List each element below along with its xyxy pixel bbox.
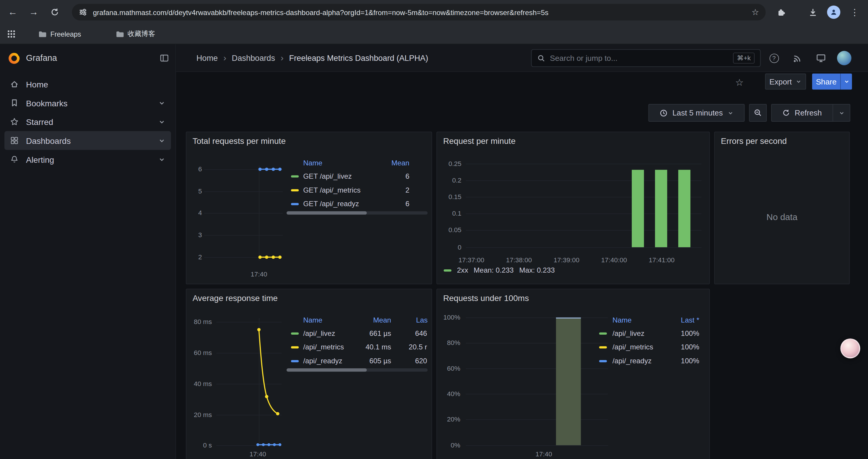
share-button[interactable]: Share: [812, 73, 840, 90]
chevron-down-icon[interactable]: [158, 156, 165, 163]
legend-row[interactable]: 2xx Mean: 0.233 Max: 0.233: [444, 266, 555, 274]
legend-scrollbar[interactable]: [286, 368, 428, 371]
y-tick: 100%: [438, 314, 460, 321]
legend-row[interactable]: GET /api/_readyz 6: [286, 197, 428, 211]
legend-series-name[interactable]: GET /api/_metrics: [303, 186, 361, 194]
apps-grid-icon[interactable]: [8, 30, 15, 37]
legend-row[interactable]: GET /api/_livez 6: [286, 170, 428, 184]
chevron-down-icon: [843, 78, 850, 85]
legend-series-name[interactable]: /api/_livez: [303, 329, 335, 337]
legend-series-name[interactable]: /api/_metrics: [613, 343, 653, 351]
legend-row[interactable]: GET /api/_metrics 2: [286, 184, 428, 198]
favorite-dashboard-star-icon[interactable]: ☆: [735, 77, 744, 88]
legend-series-name[interactable]: /api/_livez: [613, 329, 644, 337]
y-tick: 60%: [438, 364, 460, 372]
legend-series-name[interactable]: /api/_metrics: [303, 343, 344, 351]
legend-series-name[interactable]: /api/_readyz: [303, 357, 342, 365]
refresh-interval-button[interactable]: [833, 104, 850, 122]
chevron-down-icon[interactable]: [158, 137, 165, 144]
legend-row[interactable]: /api/_metrics 40.1 ms 20.5 r: [286, 340, 428, 355]
refresh-button[interactable]: Refresh: [771, 104, 833, 122]
legend-col-name[interactable]: Name: [613, 316, 632, 324]
sidebar-item-bookmarks[interactable]: Bookmarks: [4, 93, 171, 112]
forward-button[interactable]: →: [26, 4, 41, 20]
profile-button[interactable]: [826, 4, 841, 20]
reload-button[interactable]: [47, 4, 62, 20]
downloads-button[interactable]: [805, 4, 820, 20]
legend-series-name[interactable]: 2xx: [457, 266, 468, 274]
back-button[interactable]: ←: [5, 4, 20, 20]
bookmark-folder-freeleaps[interactable]: Freeleaps: [34, 27, 85, 41]
legend-col-name[interactable]: Name: [303, 159, 322, 167]
home-icon: [10, 80, 19, 89]
display-button[interactable]: [815, 52, 827, 64]
legend-col-mean[interactable]: Mean: [376, 159, 409, 167]
y-tick: 80%: [438, 339, 460, 347]
panel-avg-response-time[interactable]: Average response time 80 ms 60 ms 40 ms …: [186, 289, 432, 459]
legend-col-mean[interactable]: Mean: [358, 316, 391, 324]
sidebar-item-dashboards[interactable]: Dashboards: [4, 131, 171, 150]
sidebar-item-label: Dashboards: [26, 136, 71, 145]
legend-table: Name Last * /api/_livez 100% /api/_metri…: [597, 314, 699, 368]
legend-series-name[interactable]: GET /api/_livez: [303, 172, 352, 180]
search-input[interactable]: [550, 54, 728, 63]
news-button[interactable]: [791, 52, 803, 64]
panel-title[interactable]: Requests under 100ms: [443, 293, 529, 302]
legend-series-mean: 6: [376, 200, 409, 208]
sidebar-item-alerting[interactable]: Alerting: [4, 150, 171, 169]
extensions-button[interactable]: [773, 4, 789, 20]
browser-chrome: ← → grafana.mathmast.com/d/deytv4rwavabk…: [0, 0, 868, 44]
sidebar-item-starred[interactable]: Starred: [4, 112, 171, 131]
chevron-down-icon[interactable]: [158, 99, 165, 106]
x-tick: 17:37:00: [454, 256, 489, 264]
user-avatar[interactable]: [837, 51, 851, 65]
panel-under-100ms[interactable]: Requests under 100ms 100% 80% 60% 40% 20…: [436, 289, 710, 459]
export-button[interactable]: Export: [765, 73, 806, 90]
legend-scrollbar[interactable]: [286, 211, 428, 215]
bookmark-folder-blogs[interactable]: 收藏博客: [111, 27, 160, 41]
panel-total-requests[interactable]: Total requests per minute 6 5 4 3 2 17:4…: [186, 132, 432, 285]
bookmark-star-icon[interactable]: ☆: [752, 7, 759, 17]
scrollbar-thumb[interactable]: [286, 368, 367, 371]
legend-series-name[interactable]: /api/_readyz: [613, 357, 652, 365]
sidebar-collapse-button[interactable]: [160, 54, 169, 63]
panel-request-per-minute[interactable]: Request per minute 0.25 0.2 0.15 0.1 0.0…: [436, 132, 710, 285]
time-range-picker[interactable]: Last 5 minutes: [649, 104, 745, 122]
legend-col-name[interactable]: Name: [303, 316, 322, 324]
panel-errors-per-second[interactable]: Errors per second No data: [714, 132, 850, 285]
rss-icon: [793, 54, 802, 63]
breadcrumb-home[interactable]: Home: [196, 54, 218, 63]
breadcrumb-dashboards[interactable]: Dashboards: [232, 54, 275, 63]
breadcrumb-current: Freeleaps Metrics Dashboard (ALPHA): [289, 54, 428, 63]
series-color-chip: [444, 269, 452, 271]
help-button[interactable]: ?: [768, 52, 780, 64]
legend-row[interactable]: /api/_readyz 100%: [597, 355, 699, 368]
panel-title[interactable]: Errors per second: [721, 136, 787, 145]
legend-row[interactable]: /api/_metrics 100%: [597, 340, 699, 355]
url-text[interactable]: grafana.mathmast.com/d/deytv4rwavabkb/fr…: [93, 8, 746, 16]
legend-row[interactable]: /api/_readyz 605 µs 620: [286, 355, 428, 368]
zoom-out-button[interactable]: [749, 104, 767, 122]
legend-series-last: 20.5 r: [395, 343, 427, 351]
search-box[interactable]: ⌘+k: [531, 49, 761, 67]
legend-row[interactable]: /api/_livez 661 µs 646: [286, 327, 428, 341]
legend-header: Name Last *: [597, 314, 699, 327]
chevron-down-icon: [838, 110, 845, 116]
site-settings-icon[interactable]: [79, 8, 88, 17]
legend-header: Name Mean: [286, 157, 428, 170]
browser-menu-button[interactable]: ⋮: [847, 4, 862, 20]
sidebar-item-home[interactable]: Home: [4, 75, 171, 94]
legend-col-last[interactable]: Last *: [660, 316, 699, 324]
grafana-logo[interactable]: [8, 52, 20, 64]
legend-col-last[interactable]: Las: [416, 316, 429, 324]
legend-series-name[interactable]: GET /api/_readyz: [303, 200, 359, 208]
url-bar[interactable]: grafana.mathmast.com/d/deytv4rwavabkb/fr…: [72, 4, 766, 21]
scrollbar-thumb[interactable]: [286, 211, 367, 215]
floating-avatar-button[interactable]: [840, 338, 860, 358]
chevron-down-icon[interactable]: [158, 118, 165, 125]
sidebar-item-label: Bookmarks: [26, 98, 67, 107]
panel-title[interactable]: Request per minute: [443, 136, 516, 145]
share-menu-button[interactable]: [840, 73, 852, 90]
bell-icon: [10, 155, 19, 164]
legend-row[interactable]: /api/_livez 100%: [597, 327, 699, 341]
